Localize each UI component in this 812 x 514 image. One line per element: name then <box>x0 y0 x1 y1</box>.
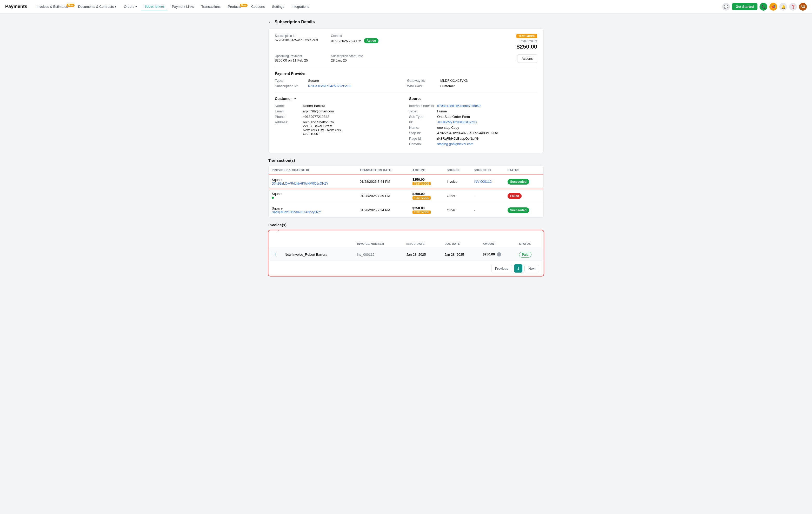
col-source: Source <box>444 166 471 175</box>
tx-dot-icon <box>272 197 274 199</box>
invoice-issue-date: Jan 28, 2025 <box>406 252 426 256</box>
nav-item-products[interactable]: Products New ▾ <box>225 3 247 10</box>
source-page-id: rK8RqRhH9LBaupQeNxYG <box>437 137 479 141</box>
invoice-number: inv_000112 <box>357 252 374 256</box>
who-paid: Customer <box>440 84 455 88</box>
get-started-button[interactable]: Get Started <box>732 3 757 10</box>
nav-item-orders[interactable]: Orders ▾ <box>121 3 140 10</box>
payment-provider-section: Payment Provider Type: Square Subscripti… <box>275 71 537 88</box>
table-row: Square 01/28/2025 7:39 PM $250.00 TEST M… <box>269 189 543 203</box>
customer-title: Customer <box>275 97 292 101</box>
tx-date-2: 01/28/2025 7:39 PM <box>357 189 409 203</box>
tx-provider-2: Square <box>272 192 353 196</box>
tx-charge-id-1[interactable]: D3n2GzLQvVRdJkbHK0yHM0Q1sOHZY <box>272 182 353 185</box>
tx-provider-3: Square <box>272 206 353 210</box>
phone-icon[interactable]: 📞 <box>759 3 767 11</box>
source-id[interactable]: JHHzPMyJlY8RB6sG2btD <box>437 120 477 124</box>
invoice-due-date: Jan 28, 2025 <box>444 252 464 256</box>
source-title: Source <box>409 97 537 101</box>
source-name: one-step Copy <box>437 126 459 129</box>
transactions-table: Provider & Charge ID Transaction Date Am… <box>269 166 543 217</box>
customer-address-3: New York City - New York <box>303 128 341 132</box>
tx-source-1: Invoice <box>444 175 471 189</box>
invoice-amount: $250.00 <box>483 252 495 256</box>
top-navigation: Payments Invoices & Estimates New ▾ Docu… <box>0 0 812 13</box>
megaphone-icon[interactable]: 📣 <box>770 3 777 11</box>
nav-item-invoices[interactable]: Invoices & Estimates New ▾ <box>33 3 74 10</box>
customer-email: arpittt98@gmail.com <box>303 109 334 113</box>
col-issue-date: Issue Date <box>403 240 441 248</box>
tx-date-1: 01/28/2025 7:44 PM <box>357 175 409 189</box>
nav-item-transactions[interactable]: Transactions <box>198 3 224 10</box>
tx-testmode-2: TEST MODE <box>412 196 431 200</box>
source-section: Source Internal Order Id: 6798e18861c54c… <box>409 97 537 147</box>
tx-source-id-1[interactable]: INV-000112 <box>474 180 492 184</box>
transactions-table-header: Provider & Charge ID Transaction Date Am… <box>269 166 543 175</box>
col-due-date: Due Date <box>441 240 480 248</box>
tx-amount-1: $250.00 <box>412 178 440 181</box>
info-icon[interactable]: i <box>497 252 501 256</box>
external-link-icon[interactable]: ↗ <box>293 97 296 100</box>
transactions-title: Transaction(s) <box>268 158 544 162</box>
table-row: Square jx6pkj0tHoz5H5bdu28164NncyQZY 01/… <box>269 203 543 217</box>
start-date-field: Subscription Start Date 28 Jan, 25 <box>331 54 388 62</box>
tx-testmode-3: TEST MODE <box>412 211 431 214</box>
tx-provider-1: Square <box>272 178 353 182</box>
payment-provider-title: Payment Provider <box>275 71 537 75</box>
nav-item-documents[interactable]: Documents & Contracts ▾ <box>75 3 120 10</box>
tx-source-3: Order <box>444 203 471 217</box>
invoice-name[interactable]: New Invoice_Robert Barrera <box>285 252 327 256</box>
total-amount-value: $250.00 <box>516 43 537 50</box>
tx-charge-id-3[interactable]: jx6pkj0tHoz5H5bdu28164NncyQZY <box>272 210 353 214</box>
test-mode-badge: TEST MODE <box>516 34 537 38</box>
nav-item-coupons[interactable]: Coupons <box>248 3 268 10</box>
invoices-table-wrapper: Payments Subscriptions Invoice Number Is… <box>268 230 544 276</box>
customer-source-section: Customer ↗ Name: Robert Barrera Email: a… <box>275 97 537 147</box>
nav-right-controls: 💬 Get Started 📞 📣 🔔 ❓ AG <box>722 3 807 11</box>
customer-address-4: US - 10001 <box>303 132 341 136</box>
subscription-details-card: Subscription Id 6798e18c61c54cb372cf5c63… <box>268 29 544 153</box>
customer-name: Robert Barrera <box>303 104 325 108</box>
col-invoice-name <box>282 240 354 248</box>
nav-items: Invoices & Estimates New ▾ Documents & C… <box>33 3 716 10</box>
previous-button[interactable]: Previous <box>491 265 512 272</box>
tx-amount-2: $250.00 <box>412 192 440 196</box>
chat-icon[interactable]: 💬 <box>722 3 730 11</box>
next-button[interactable]: Next <box>524 265 539 272</box>
nav-item-payment-links[interactable]: Payment Links <box>169 3 197 10</box>
customer-address-2: 221 B, Baker Street <box>303 124 341 128</box>
back-arrow-icon: ← <box>268 20 272 24</box>
source-type: Funnel <box>437 109 447 113</box>
provider-sub-id[interactable]: 6798e18c61c54cb372cf5c63 <box>308 84 351 88</box>
tx-source-id-2: - <box>474 194 475 198</box>
tx-status-3: Succeeded <box>508 207 529 213</box>
tx-date-3: 01/28/2025 7:24 PM <box>357 203 409 217</box>
source-domain[interactable]: staging.gohighlevel.com <box>437 142 473 146</box>
upcoming-payment-value: $250.00 on 11 Feb 25 <box>275 58 327 62</box>
source-internal-order-id[interactable]: 6798e18861c54cebe7cf5c60 <box>437 104 481 108</box>
tx-status-2: Failed <box>508 193 522 199</box>
upcoming-payment-field: Upcoming Payment $250.00 on 11 Feb 25 <box>275 54 327 62</box>
page-title: Subscription Details <box>274 20 315 24</box>
bell-icon[interactable]: 🔔 <box>779 3 787 11</box>
tx-testmode-1: TEST MODE <box>412 182 431 185</box>
col-amount: Amount <box>409 166 444 175</box>
customer-section: Customer ↗ Name: Robert Barrera Email: a… <box>275 97 403 147</box>
provider-type: Square <box>308 79 319 83</box>
source-subtype: One Step Order Form <box>437 115 470 119</box>
nav-item-subscriptions[interactable]: Subscriptions <box>141 3 168 10</box>
back-navigation[interactable]: ← Subscription Details <box>268 20 544 24</box>
actions-button[interactable]: Actions <box>517 54 537 63</box>
nav-item-settings[interactable]: Settings <box>269 3 287 10</box>
page-number-1[interactable]: 1 <box>514 264 522 273</box>
col-provider-charge-id: Provider & Charge ID <box>269 166 357 175</box>
invoice-status-badge: Paid <box>519 252 531 258</box>
nav-item-integrations[interactable]: Integrations <box>288 3 312 10</box>
invoices-table: Invoice Number Issue Date Due Date Amoun… <box>269 240 543 261</box>
help-icon[interactable]: ❓ <box>789 3 797 11</box>
tx-source-id-3: - <box>474 208 475 212</box>
user-avatar[interactable]: AG <box>799 3 807 11</box>
customer-phone: +9189977212342 <box>303 115 329 119</box>
invoices-section: Invoice(s) Payments Subscriptions Invoic… <box>268 223 544 276</box>
col-invoice-checkbox <box>269 240 282 248</box>
